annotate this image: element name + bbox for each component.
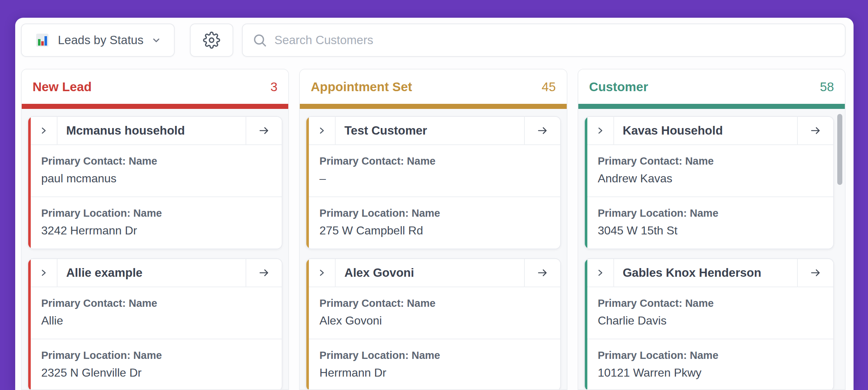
arrow-right-icon bbox=[535, 123, 550, 138]
customer-card[interactable]: Test Customer Primary Contact: Name – Pr… bbox=[306, 116, 561, 249]
card-field: Primary Location: Name 275 W Campbell Rd bbox=[306, 196, 560, 249]
field-label: Primary Contact: Name bbox=[319, 154, 549, 168]
arrow-right-icon bbox=[257, 266, 271, 280]
card-accent-bar bbox=[28, 117, 31, 249]
field-value: – bbox=[319, 171, 549, 186]
field-label: Primary Contact: Name bbox=[319, 297, 549, 310]
column-title: Appointment Set bbox=[311, 80, 412, 94]
card-field: Primary Contact: Name Allie bbox=[28, 287, 282, 339]
field-label: Primary Contact: Name bbox=[41, 154, 271, 168]
card-header: Test Customer bbox=[306, 117, 560, 145]
card-accent-bar bbox=[585, 117, 587, 249]
customer-card[interactable]: Mcmanus household Primary Contact: Name … bbox=[27, 116, 282, 249]
column-card-list: Kavas Household Primary Contact: Name An… bbox=[578, 109, 845, 390]
expand-card-button[interactable] bbox=[31, 259, 58, 287]
field-value: Allie bbox=[41, 313, 271, 328]
customer-card[interactable]: Allie example Primary Contact: Name Alli… bbox=[27, 258, 282, 390]
card-field: Primary Contact: Name Andrew Kavas bbox=[585, 145, 833, 196]
field-value: Charlie Davis bbox=[598, 313, 822, 328]
card-title: Alex Govoni bbox=[336, 259, 524, 287]
expand-card-button[interactable] bbox=[587, 259, 614, 287]
card-header: Allie example bbox=[28, 259, 282, 287]
card-accent-bar bbox=[28, 259, 31, 390]
field-value: 3045 W 15th St bbox=[598, 223, 822, 238]
field-value: 275 W Campbell Rd bbox=[319, 223, 549, 238]
expand-card-button[interactable] bbox=[309, 117, 336, 144]
column-count: 58 bbox=[820, 80, 834, 94]
customer-card[interactable]: Alex Govoni Primary Contact: Name Alex G… bbox=[306, 258, 561, 390]
kanban-board: New Lead 3 Mcmanus household bbox=[21, 69, 846, 390]
chevron-right-icon bbox=[595, 267, 606, 279]
card-field: Primary Contact: Name Charlie Davis bbox=[585, 287, 833, 339]
card-field: Primary Contact: Name Alex Govoni bbox=[306, 287, 560, 339]
customer-card[interactable]: Kavas Household Primary Contact: Name An… bbox=[584, 116, 834, 249]
card-accent-bar bbox=[306, 117, 309, 249]
search-icon bbox=[252, 33, 267, 48]
field-value: Alex Govoni bbox=[319, 313, 549, 328]
column-scrollbar-thumb[interactable] bbox=[837, 114, 842, 185]
chevron-down-icon bbox=[151, 35, 162, 46]
field-value: 3242 Herrmann Dr bbox=[41, 223, 271, 238]
field-label: Primary Location: Name bbox=[319, 349, 549, 362]
field-value: paul mcmanus bbox=[41, 171, 271, 186]
card-field: Primary Contact: Name – bbox=[306, 145, 560, 196]
card-header: Kavas Household bbox=[585, 117, 833, 145]
card-accent-bar bbox=[306, 259, 309, 390]
column-appointment-set: Appointment Set 45 Test Customer bbox=[299, 69, 567, 390]
open-card-button[interactable] bbox=[246, 259, 282, 287]
arrow-right-icon bbox=[808, 123, 823, 138]
column-new-lead: New Lead 3 Mcmanus household bbox=[21, 69, 289, 390]
field-label: Primary Contact: Name bbox=[598, 297, 822, 310]
open-card-button[interactable] bbox=[524, 259, 560, 287]
toolbar: Leads by Status bbox=[21, 24, 846, 57]
card-field: Primary Location: Name 3242 Herrmann Dr bbox=[28, 196, 282, 249]
column-header: Appointment Set 45 bbox=[300, 69, 566, 104]
column-color-bar bbox=[578, 104, 845, 109]
column-card-list: Test Customer Primary Contact: Name – Pr… bbox=[300, 109, 566, 390]
settings-button[interactable] bbox=[190, 24, 233, 57]
field-value: Andrew Kavas bbox=[598, 171, 822, 186]
arrow-right-icon bbox=[808, 266, 823, 280]
view-selector-dropdown[interactable]: Leads by Status bbox=[21, 24, 175, 57]
field-label: Primary Location: Name bbox=[41, 349, 271, 362]
card-title: Test Customer bbox=[336, 117, 524, 144]
card-title: Gables Knox Henderson bbox=[614, 259, 797, 287]
column-count: 3 bbox=[271, 80, 277, 94]
view-selector-label: Leads by Status bbox=[58, 33, 144, 47]
search-input[interactable] bbox=[275, 33, 835, 47]
field-label: Primary Location: Name bbox=[319, 207, 549, 220]
chevron-right-icon bbox=[38, 267, 50, 279]
page-background: { "theme": { "page_bg": "#6839bb", "pane… bbox=[0, 0, 868, 390]
expand-card-button[interactable] bbox=[31, 117, 58, 144]
field-label: Primary Contact: Name bbox=[598, 154, 822, 168]
field-label: Primary Contact: Name bbox=[41, 297, 271, 310]
column-card-list: Mcmanus household Primary Contact: Name … bbox=[22, 109, 288, 390]
chevron-right-icon bbox=[595, 125, 606, 136]
card-title: Mcmanus household bbox=[58, 117, 246, 144]
column-color-bar bbox=[22, 104, 288, 109]
chevron-right-icon bbox=[38, 125, 50, 136]
card-field: Primary Location: Name 3045 W 15th St bbox=[585, 196, 833, 249]
expand-card-button[interactable] bbox=[587, 117, 614, 144]
arrow-right-icon bbox=[535, 266, 550, 280]
chevron-right-icon bbox=[316, 267, 328, 279]
column-title: Customer bbox=[589, 80, 648, 94]
column-title: New Lead bbox=[33, 80, 92, 94]
column-customer: Customer 58 Kavas Household bbox=[578, 69, 846, 390]
open-card-button[interactable] bbox=[246, 117, 282, 144]
card-header: Mcmanus household bbox=[28, 117, 282, 145]
open-card-button[interactable] bbox=[797, 117, 833, 144]
customer-card[interactable]: Gables Knox Henderson Primary Contact: N… bbox=[584, 258, 834, 390]
arrow-right-icon bbox=[257, 123, 271, 138]
card-field: Primary Location: Name 2325 N Glenville … bbox=[28, 339, 282, 390]
column-color-bar bbox=[300, 104, 566, 109]
column-count: 45 bbox=[542, 80, 556, 94]
app-panel: Leads by Status New Lead 3 bbox=[15, 18, 854, 390]
open-card-button[interactable] bbox=[797, 259, 833, 287]
card-field: Primary Location: Name 10121 Warren Pkwy bbox=[585, 339, 833, 390]
open-card-button[interactable] bbox=[524, 117, 560, 144]
expand-card-button[interactable] bbox=[309, 259, 336, 287]
card-title: Kavas Household bbox=[614, 117, 797, 144]
field-label: Primary Location: Name bbox=[41, 207, 271, 220]
card-header: Gables Knox Henderson bbox=[585, 259, 833, 287]
